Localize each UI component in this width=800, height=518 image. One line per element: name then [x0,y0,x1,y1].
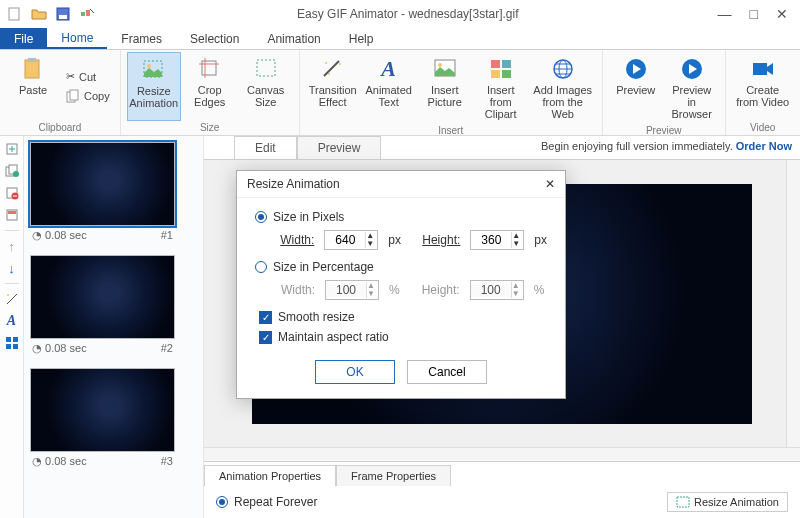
svg-rect-34 [8,211,16,214]
frame-thumb [30,368,175,452]
ok-button[interactable]: OK [315,360,395,384]
svg-rect-40 [677,497,689,507]
frame-thumb [30,142,175,226]
open-icon[interactable] [28,3,50,25]
svg-point-30 [13,171,19,177]
svg-rect-0 [9,8,19,20]
frame-item[interactable]: ◔ 0.08 sec#3 [30,368,197,471]
frame-item[interactable]: ◔ 0.08 sec#2 [30,255,197,358]
maximize-icon[interactable]: □ [750,6,758,22]
svg-point-14 [339,63,341,65]
frame-props-icon[interactable] [3,206,21,224]
add-frame-icon[interactable] [3,140,21,158]
frame-thumb [30,255,175,339]
cut-button[interactable]: ✂Cut [62,68,114,85]
insert-picture-button[interactable]: Insert Picture [418,52,472,124]
svg-point-35 [7,294,9,296]
tab-home[interactable]: Home [47,28,107,49]
dialog-close-icon[interactable]: ✕ [545,177,555,191]
tab-help[interactable]: Help [335,28,388,49]
scrollbar-horizontal[interactable] [204,447,800,461]
frame-item[interactable]: ◔ 0.08 sec#1 [30,142,197,245]
animated-text-button[interactable]: AAnimated Text [362,52,416,124]
tab-animation[interactable]: Animation [253,28,334,49]
repeat-forever-radio[interactable]: Repeat Forever [216,495,317,509]
delete-frame-icon[interactable] [3,184,21,202]
svg-rect-2 [59,15,67,19]
svg-rect-8 [70,90,78,100]
svg-point-10 [147,64,151,68]
svg-rect-37 [13,337,18,342]
svg-rect-12 [257,60,275,76]
svg-rect-5 [25,60,39,78]
preview-button[interactable]: Preview [609,52,663,124]
text-tool-icon[interactable]: A [3,312,21,330]
duplicate-frame-icon[interactable] [3,162,21,180]
close-icon[interactable]: ✕ [776,6,788,22]
scissors-icon: ✂ [66,70,75,83]
cancel-button[interactable]: Cancel [407,360,487,384]
size-pixels-radio[interactable]: Size in Pixels [255,210,547,224]
add-from-web-button[interactable]: Add Images from the Web [530,52,596,124]
save-icon[interactable] [52,3,74,25]
insert-clipart-button[interactable]: Insert from Clipart [474,52,528,124]
svg-rect-3 [81,12,85,16]
order-banner: Begin enjoying full version immediately.… [541,140,792,152]
side-toolstrip: ↑ ↓ A [0,136,24,518]
svg-rect-21 [502,70,511,78]
move-up-icon[interactable]: ↑ [3,237,21,255]
tab-selection[interactable]: Selection [176,28,253,49]
paste-button[interactable]: Paste [6,52,60,121]
svg-rect-6 [28,58,36,62]
svg-rect-36 [6,337,11,342]
frames-panel: ◔ 0.08 sec#1 ◔ 0.08 sec#2 ◔ 0.08 sec#3 [24,136,204,518]
clock-icon: ◔ [32,455,42,467]
width-pct-input[interactable]: ▲▼ [325,280,379,300]
svg-point-15 [328,73,330,75]
tab-frames[interactable]: Frames [107,28,176,49]
svg-rect-4 [86,10,90,16]
smooth-resize-checkbox[interactable]: ✓Smooth resize [259,310,547,324]
resize-animation-button[interactable]: Resize Animation [127,52,181,121]
window-title: Easy GIF Animator - wednesday[3star].gif [98,7,718,21]
transition-button[interactable]: Transition Effect [306,52,360,124]
tab-edit[interactable]: Edit [234,136,297,159]
svg-rect-18 [491,60,500,68]
svg-rect-11 [202,61,216,75]
height-pct-input[interactable]: ▲▼ [470,280,524,300]
resize-animation-panel-button[interactable]: Resize Animation [667,492,788,512]
aspect-ratio-checkbox[interactable]: ✓Maintain aspect ratio [259,330,547,344]
dialog-title: Resize Animation [247,177,340,191]
height-px-input[interactable]: ▲▼ [470,230,524,250]
svg-rect-20 [491,70,500,78]
svg-rect-38 [6,344,11,349]
clock-icon: ◔ [32,342,42,354]
tab-preview[interactable]: Preview [297,136,382,159]
svg-rect-39 [13,344,18,349]
svg-rect-26 [753,63,767,75]
order-now-link[interactable]: Order Now [736,140,792,152]
tab-anim-props[interactable]: Animation Properties [204,465,336,486]
minimize-icon[interactable]: — [718,6,732,22]
width-px-input[interactable]: ▲▼ [324,230,378,250]
canvas-size-button[interactable]: Canvas Size [239,52,293,121]
scrollbar-vertical[interactable] [786,160,800,447]
clock-icon: ◔ [32,229,42,241]
move-down-icon[interactable]: ↓ [3,259,21,277]
new-icon[interactable] [4,3,26,25]
grid-icon[interactable] [3,334,21,352]
wand-icon[interactable] [3,290,21,308]
crop-button[interactable]: Crop Edges [183,52,237,121]
svg-point-17 [438,63,442,67]
create-from-video-button[interactable]: Create from Video [732,52,794,121]
tab-frame-props[interactable]: Frame Properties [336,465,451,486]
wizard-icon[interactable] [76,3,98,25]
file-menu[interactable]: File [0,28,47,49]
copy-button[interactable]: Copy [62,87,114,105]
resize-dialog: Resize Animation ✕ Size in Pixels Width:… [236,170,566,399]
size-percent-radio[interactable]: Size in Percentage [255,260,547,274]
preview-browser-button[interactable]: Preview in Browser [665,52,719,124]
svg-rect-19 [502,60,511,68]
svg-point-13 [325,62,327,64]
